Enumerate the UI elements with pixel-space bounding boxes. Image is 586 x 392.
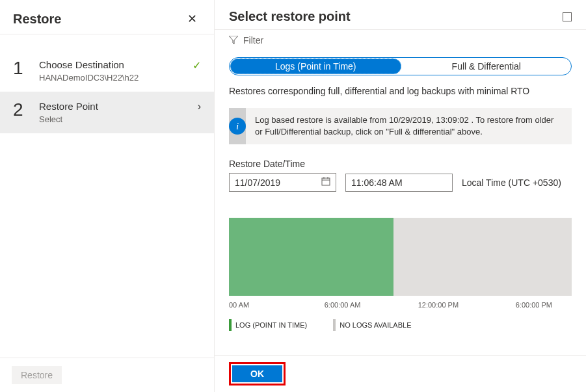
ok-button[interactable]: OK xyxy=(232,365,282,382)
close-icon[interactable]: ✕ xyxy=(183,9,201,29)
legend-nologs: NO LOGS AVAILABLE xyxy=(333,319,411,331)
step-restore-point[interactable]: 2 Restore Point Select › xyxy=(0,92,214,133)
legend-swatch-green xyxy=(229,319,232,331)
date-input[interactable]: 11/07/2019 xyxy=(229,173,336,192)
expand-icon[interactable] xyxy=(563,12,572,21)
axis-tick: 12:00:00 PM xyxy=(401,301,477,309)
right-panel: Select restore point Filter Logs (Point … xyxy=(215,0,586,392)
filter-icon xyxy=(229,36,238,45)
ok-button-highlight: OK xyxy=(229,362,286,385)
info-icon: i xyxy=(229,118,246,135)
checkmark-icon: ✓ xyxy=(193,59,201,72)
filter-label: Filter xyxy=(243,35,263,46)
axis-tick: 00 AM xyxy=(229,301,305,309)
axis-tick: 6:00:00 PM xyxy=(476,301,572,309)
step-body: Choose Destination HANADemoIDC3\H22\h22 xyxy=(39,59,193,83)
time-input[interactable]: 11:06:48 AM xyxy=(345,174,453,192)
chart-axis: 00 AM 6:00:00 AM 12:00:00 PM 6:00:00 PM xyxy=(229,301,572,319)
step-subtitle: Select xyxy=(39,114,198,124)
filter-button[interactable]: Filter xyxy=(215,30,586,51)
content-area: Logs (Point in Time) Full & Differential… xyxy=(215,51,586,355)
step-choose-destination[interactable]: 1 Choose Destination HANADemoIDC3\H22\h2… xyxy=(0,50,214,92)
step-title: Restore Point xyxy=(39,101,198,112)
left-footer: Restore xyxy=(0,358,214,392)
step-number: 1 xyxy=(13,59,29,77)
svg-rect-0 xyxy=(322,178,330,185)
legend-label: NO LOGS AVAILABLE xyxy=(340,321,411,329)
tab-full-differential[interactable]: Full & Differential xyxy=(402,58,572,75)
legend-label: LOG (POINT IN TIME) xyxy=(235,321,307,329)
right-header: Select restore point xyxy=(215,0,586,30)
left-header: Restore ✕ xyxy=(0,0,214,34)
right-footer: OK xyxy=(215,355,586,392)
right-title: Select restore point xyxy=(229,9,351,24)
step-subtitle: HANADemoIDC3\H22\h22 xyxy=(39,73,193,83)
steps-list: 1 Choose Destination HANADemoIDC3\H22\h2… xyxy=(0,34,214,358)
restore-type-tabs: Logs (Point in Time) Full & Differential xyxy=(229,57,572,75)
chart-logs-region xyxy=(229,218,393,296)
step-title: Choose Destination xyxy=(39,59,193,70)
left-title: Restore xyxy=(13,12,61,27)
calendar-icon[interactable] xyxy=(321,177,330,188)
date-value: 11/07/2019 xyxy=(235,177,280,188)
chevron-right-icon: › xyxy=(198,101,201,112)
legend-swatch-gray xyxy=(333,319,336,331)
step-body: Restore Point Select xyxy=(39,101,198,124)
tab-logs[interactable]: Logs (Point in Time) xyxy=(230,59,401,74)
timezone-label: Local Time (UTC +0530) xyxy=(462,177,561,188)
description-text: Restores corresponding full, differentia… xyxy=(229,86,572,96)
info-icon-container: i xyxy=(229,108,246,144)
info-text: Log based restore is available from 10/2… xyxy=(255,108,561,144)
datetime-label: Restore Date/Time xyxy=(229,159,572,169)
info-banner: i Log based restore is available from 10… xyxy=(229,108,572,144)
datetime-row: 11/07/2019 11:06:48 AM Local Time (UTC +… xyxy=(229,173,572,192)
restore-button[interactable]: Restore xyxy=(12,366,62,384)
legend-logs: LOG (POINT IN TIME) xyxy=(229,319,307,331)
left-panel: Restore ✕ 1 Choose Destination HANADemoI… xyxy=(0,0,215,392)
availability-chart[interactable] xyxy=(229,218,572,296)
chart-nologs-region xyxy=(393,218,572,296)
axis-tick: 6:00:00 AM xyxy=(305,301,401,309)
time-value: 11:06:48 AM xyxy=(351,177,403,188)
chart-legend: LOG (POINT IN TIME) NO LOGS AVAILABLE xyxy=(229,319,572,331)
step-number: 2 xyxy=(13,101,29,119)
